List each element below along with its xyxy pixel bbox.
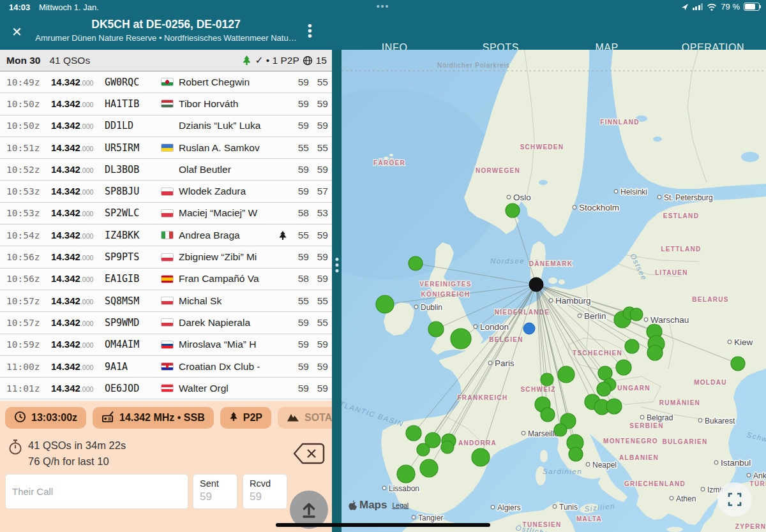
qso-station-dot[interactable] bbox=[541, 408, 555, 422]
qso-station-dot[interactable] bbox=[554, 424, 567, 436]
qso-time: 10:50z bbox=[6, 99, 51, 109]
qso-station-dot[interactable] bbox=[569, 447, 583, 461]
qso-time: 10:54z bbox=[6, 230, 51, 240]
polar-circle-label: Nördlicher Polarkreis bbox=[437, 62, 510, 69]
city-marker bbox=[474, 325, 477, 329]
panel-divider[interactable] bbox=[332, 50, 342, 532]
sent-field[interactable]: Sent 59 bbox=[193, 474, 237, 509]
log-row[interactable]: 10:53z14.342.000SP8BJUWlodek Zadura5957 bbox=[0, 181, 332, 202]
log-row[interactable]: 10:50z14.342.000HA1TIBTibor Horváth5959 bbox=[0, 93, 332, 115]
slovakia-flag-icon bbox=[161, 341, 174, 349]
chip-label: 13:03:00z bbox=[31, 412, 77, 424]
log-list: 10:49z14.342.000GW0RQCRobert Chegwin5955… bbox=[0, 71, 332, 399]
log-row[interactable]: 10:57z14.342.000SQ8MSMMichal Sk5555 bbox=[0, 290, 332, 312]
city-marker bbox=[644, 318, 648, 321]
log-row[interactable]: 11:00z14.342.0009A1ACroatian Dx Club -59… bbox=[0, 356, 332, 378]
region-label: MONTENEGRO bbox=[603, 438, 658, 445]
qso-name: Olaf Beutler bbox=[179, 164, 278, 175]
log-row[interactable]: 10:52z14.342.000DL3BOBOlaf Beutler5959 bbox=[0, 159, 332, 181]
qso-station-dot[interactable] bbox=[731, 357, 745, 371]
region-label: FRANKREICH bbox=[457, 394, 507, 401]
qso-time: 10:49z bbox=[6, 77, 51, 87]
cell-signal-icon bbox=[693, 3, 703, 10]
qso-station-dot[interactable] bbox=[451, 329, 471, 349]
apple-maps-logo: Maps bbox=[349, 499, 387, 512]
chip-label: SOTA bbox=[304, 412, 332, 424]
qso-callsign: OM4AIM bbox=[105, 339, 161, 350]
spain-flag-icon bbox=[161, 275, 174, 283]
their-call-input[interactable] bbox=[5, 474, 188, 509]
tree-icon bbox=[229, 411, 238, 422]
close-icon[interactable]: ✕ bbox=[11, 24, 22, 40]
chip-p2p[interactable]: P2P bbox=[220, 407, 271, 429]
qso-flag bbox=[161, 100, 179, 108]
qso-station-dot[interactable] bbox=[625, 339, 639, 353]
qso-frequency: 14.342.000 bbox=[51, 207, 105, 219]
rcvd-field[interactable]: Rcvd 59 bbox=[243, 474, 287, 509]
qso-station-dot[interactable] bbox=[506, 203, 520, 218]
qso-station-dot[interactable] bbox=[606, 399, 622, 414]
blue-station-dot[interactable] bbox=[523, 323, 535, 334]
city-marker bbox=[747, 473, 751, 477]
chip-14-342-mhz-ssb[interactable]: 14.342 MHz • SSB bbox=[93, 407, 214, 429]
tree-icon bbox=[278, 230, 287, 240]
origin-station-dot[interactable] bbox=[529, 277, 543, 292]
log-row[interactable]: 10:50z14.342.000DD1LDDzianis “Luk” Luka5… bbox=[0, 115, 332, 137]
qso-flag bbox=[161, 318, 179, 327]
qso-name: Fran Campañó Va bbox=[179, 273, 278, 284]
chip-13-03-00z[interactable]: 13:03:00z bbox=[5, 407, 86, 429]
log-row[interactable]: 10:59z14.342.000OM4AIMMiroslava “Mia” H5… bbox=[0, 334, 332, 356]
log-row[interactable]: 10:57z14.342.000SP9WMDDarek Napierala595… bbox=[0, 312, 332, 334]
qso-rst-sent: 59 bbox=[290, 98, 309, 110]
qso-station-dot[interactable] bbox=[541, 373, 553, 386]
qso-station-dot[interactable] bbox=[558, 366, 574, 383]
backspace-button[interactable] bbox=[292, 441, 326, 468]
qso-station-dot[interactable] bbox=[647, 345, 663, 360]
drag-handle-icon[interactable] bbox=[335, 258, 338, 272]
qso-rst-rcvd: 55 bbox=[309, 142, 328, 154]
region-label: DÄNEMARK bbox=[529, 260, 573, 267]
qso-time: 10:56z bbox=[6, 274, 51, 284]
log-row[interactable]: 10:54z14.342.000IZ4BKKAndrea Braga5559 bbox=[0, 225, 332, 246]
qso-station-dot[interactable] bbox=[420, 459, 438, 477]
qso-name: Maciej “Maciej” W bbox=[179, 207, 278, 219]
qso-station-dot[interactable] bbox=[376, 295, 394, 313]
qso-station-dot[interactable] bbox=[597, 382, 611, 396]
qso-station-dot[interactable] bbox=[428, 321, 444, 337]
qso-callsign: DL3BOB bbox=[105, 164, 161, 175]
qso-name: Michal Sk bbox=[179, 295, 278, 307]
qso-station-dot[interactable] bbox=[397, 465, 415, 483]
log-row[interactable]: 10:53z14.342.000SP2WLCMaciej “Maciej” W5… bbox=[0, 203, 332, 225]
qso-station-dot[interactable] bbox=[409, 256, 423, 270]
qso-station-dot[interactable] bbox=[616, 360, 631, 375]
region-label: SERBIEN bbox=[629, 422, 664, 429]
qso-time: 11:01z bbox=[6, 383, 51, 394]
qso-station-dot[interactable] bbox=[417, 443, 430, 456]
log-row[interactable]: 10:49z14.342.000GW0RQCRobert Chegwin5955 bbox=[0, 71, 332, 93]
qso-station-dot[interactable] bbox=[472, 448, 490, 466]
home-indicator[interactable] bbox=[276, 523, 490, 527]
qso-frequency: 14.342.000 bbox=[51, 317, 105, 329]
log-group-header[interactable]: Mon 30 41 QSOs ✓ • 1 P2P 15 bbox=[0, 50, 332, 71]
map-view[interactable]: Nördlicher Polarkreis NordseeOstseeSchwa… bbox=[342, 50, 766, 532]
log-row[interactable]: 11:01z14.342.000OE6JODWalter Orgl5959 bbox=[0, 378, 332, 399]
legal-link[interactable]: Legal bbox=[392, 501, 409, 509]
fullscreen-button[interactable] bbox=[717, 482, 752, 517]
log-row[interactable]: 10:56z14.342.000EA1GIBFran Campañó Va585… bbox=[0, 269, 332, 290]
qso-frequency: 14.342.000 bbox=[51, 186, 105, 197]
log-header-badges: ✓ • 1 P2P 15 bbox=[242, 55, 327, 66]
log-row[interactable]: 10:56z14.342.000SP9PTSZbigniew “Zibi” Mi… bbox=[0, 246, 332, 268]
chip-sota[interactable]: SOTA bbox=[278, 407, 332, 429]
qso-station-dot[interactable] bbox=[630, 308, 643, 321]
qso-station-dot[interactable] bbox=[441, 441, 454, 454]
qso-flag bbox=[161, 144, 179, 152]
qso-flag bbox=[161, 253, 179, 262]
qso-name: Tibor Horváth bbox=[179, 98, 278, 110]
overflow-menu-icon[interactable]: ••• bbox=[308, 23, 312, 38]
clock-icon bbox=[14, 411, 26, 425]
qso-station-dot[interactable] bbox=[406, 425, 421, 441]
log-row[interactable]: 10:51z14.342.000UR5IRMRuslan A. Samkov55… bbox=[0, 137, 332, 159]
city-marker bbox=[491, 505, 495, 509]
city-marker bbox=[657, 195, 661, 199]
app-header: ✕ DK5CH at DE-0256, DE-0127 Amrumer Düne… bbox=[0, 15, 766, 50]
